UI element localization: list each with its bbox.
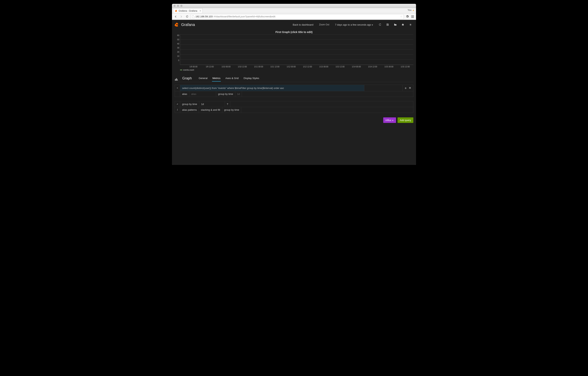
wrench-icon[interactable] xyxy=(175,101,180,107)
alias-input[interactable] xyxy=(189,91,216,97)
plot-area[interactable] xyxy=(180,34,413,65)
query-row: select count(distinct(user)) from "event… xyxy=(175,85,413,97)
tab-metrics[interactable]: Metrics xyxy=(212,77,221,81)
query-handle xyxy=(175,91,180,97)
query-input[interactable]: select count(distinct(user)) from "event… xyxy=(180,85,364,91)
opt-groupby-input[interactable] xyxy=(199,101,225,107)
hint-stacking-fill[interactable]: stacking & and fill xyxy=(199,107,222,113)
home-icon[interactable] xyxy=(400,23,406,26)
alias-label: alias xyxy=(180,91,189,97)
traffic-light-close[interactable] xyxy=(174,5,176,7)
legend-swatch xyxy=(180,70,182,70)
traffic-light-max[interactable] xyxy=(180,5,182,7)
grafana-favicon xyxy=(175,10,178,12)
hint-alias-patterns[interactable]: alias patterns xyxy=(180,107,199,113)
eye-icon[interactable] xyxy=(175,85,180,91)
forward-button[interactable] xyxy=(179,14,183,19)
panel-title[interactable]: First Graph (click title to edit) xyxy=(175,29,413,34)
settings-icon[interactable] xyxy=(405,15,409,19)
add-query-button[interactable]: Add query xyxy=(398,117,413,123)
editor-tabs: Graph General Metrics Axes & Grid Displa… xyxy=(175,76,413,82)
address-bar[interactable]: 192.168.59.103/#/dashboard/file/default.… xyxy=(191,14,404,19)
groupby-value[interactable]: 1d xyxy=(235,91,242,97)
time-range-picker[interactable]: 7 days ago to a few seconds ago▼ xyxy=(333,23,375,26)
query-cog-icon[interactable] xyxy=(404,87,407,89)
url-path: /#/dashboard/file/default.json?panelId=4… xyxy=(213,15,275,18)
tab-close-icon[interactable]: × xyxy=(200,9,201,12)
query-spacer xyxy=(364,85,402,91)
star-icon[interactable]: ☆ xyxy=(400,15,402,18)
groupby-label: group by time xyxy=(216,91,235,97)
tab-title: Grafana - Grafana xyxy=(179,10,197,12)
mac-titlebar xyxy=(172,4,416,8)
svg-rect-6 xyxy=(175,80,178,80)
grafana-navbar: Grafana Back to dashboard Zoom Out 7 day… xyxy=(172,20,416,29)
tab-general[interactable]: General xyxy=(198,77,208,81)
y-axis: 6050403020100 xyxy=(175,34,180,65)
svg-rect-5 xyxy=(177,79,178,80)
hint-group-by-time[interactable]: group by time xyxy=(222,107,241,113)
back-to-dashboard-link[interactable]: Back to dashboard xyxy=(291,23,315,26)
chart: 6050403020100 xyxy=(175,34,413,65)
tab-display-styles[interactable]: Display Styles xyxy=(243,77,260,81)
browser-tab-bar: Grafana - Grafana × You ▲ xyxy=(172,8,416,13)
cog-icon[interactable] xyxy=(408,23,413,26)
save-icon[interactable] xyxy=(385,23,390,26)
reload-button[interactable] xyxy=(185,14,189,19)
svg-point-0 xyxy=(176,24,178,25)
brand-label[interactable]: Grafana xyxy=(181,22,195,27)
folder-icon[interactable] xyxy=(392,23,398,26)
info-icon[interactable]: i xyxy=(175,107,180,113)
browser-tab[interactable]: Grafana - Grafana × xyxy=(173,8,203,13)
page-icon xyxy=(192,15,195,18)
user-badge[interactable]: You ▲ xyxy=(408,9,414,11)
back-button[interactable] xyxy=(174,14,178,19)
panel-type-label[interactable]: Graph xyxy=(182,76,192,82)
help-icon[interactable]: ? xyxy=(225,101,230,107)
svg-rect-2 xyxy=(175,79,175,80)
grafana-logo-icon xyxy=(175,22,179,27)
warning-icon: ▲ xyxy=(412,9,414,11)
datasource-button[interactable]: influx ▼ xyxy=(383,117,396,123)
svg-rect-4 xyxy=(176,78,177,80)
legend[interactable]: events.count xyxy=(180,69,413,71)
tab-axes-grid[interactable]: Axes & Grid xyxy=(225,77,239,81)
legend-label: events.count xyxy=(183,69,194,71)
query-remove-icon[interactable]: ✕ xyxy=(409,86,411,90)
browser-toolbar: 192.168.59.103/#/dashboard/file/default.… xyxy=(172,13,416,20)
url-host: 192.168.59.103 xyxy=(195,15,213,18)
x-axis: 1/9 00:001/9 12:001/10 00:001/10 12:001/… xyxy=(180,65,413,68)
opt-groupby-label: group by time xyxy=(180,101,199,107)
graph-type-icon xyxy=(175,78,178,80)
refresh-icon[interactable] xyxy=(377,23,383,26)
query-actions: ✕ xyxy=(402,85,413,91)
svg-rect-3 xyxy=(176,79,176,80)
traffic-light-min[interactable] xyxy=(177,5,179,7)
query-options: group by time ? i alias patterns stackin… xyxy=(175,101,413,113)
menu-icon[interactable] xyxy=(411,15,414,19)
zoom-out-link[interactable]: Zoom Out xyxy=(317,23,331,26)
